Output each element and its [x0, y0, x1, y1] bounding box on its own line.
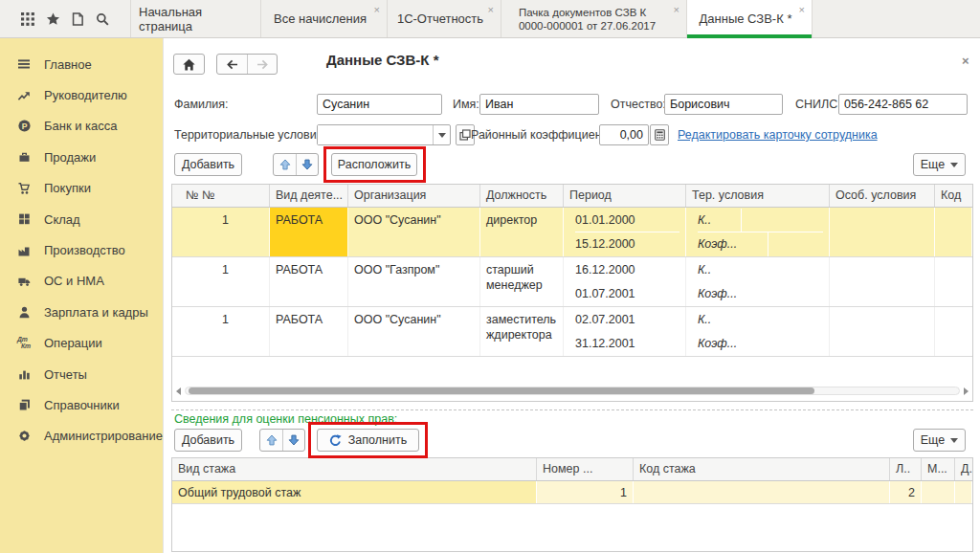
territorial-input[interactable]	[318, 125, 433, 144]
history-icon[interactable]	[71, 12, 84, 26]
move-buttons-bottom	[259, 429, 305, 452]
apps-grid-icon[interactable]	[21, 12, 34, 26]
sidebar-item-label: Склад	[44, 212, 80, 227]
pension-rights-table: Вид стажа Номер ... Код стажа Л.. М... Д…	[171, 457, 973, 552]
arrow-down-icon	[301, 159, 313, 170]
scrollbar-track[interactable]	[185, 387, 960, 395]
sidebar-item-fixed-assets[interactable]: ОС и НМА	[0, 266, 163, 297]
horizontal-scrollbar[interactable]	[176, 384, 969, 398]
scroll-left-icon[interactable]	[176, 387, 181, 395]
firstname-field[interactable]	[479, 94, 599, 115]
stacked-pages-icon	[15, 398, 33, 411]
sidebar-item-salary-hr[interactable]: Зарплата и кадры	[0, 297, 163, 327]
back-button[interactable]	[217, 55, 247, 74]
column-header[interactable]: М...	[922, 458, 955, 480]
dropdown-button[interactable]	[433, 125, 450, 144]
page-title: Данные СЗВ-К *	[326, 52, 439, 68]
favorites-star-icon[interactable]	[46, 12, 60, 26]
move-down-button[interactable]	[296, 154, 318, 175]
close-icon[interactable]: ×	[799, 5, 805, 15]
column-header[interactable]: Код	[935, 185, 972, 207]
tab-szv-k-data[interactable]: Данные СЗВ-К * ×	[687, 0, 813, 37]
more-button-top[interactable]: Еще	[913, 153, 966, 176]
sidebar-item-sales[interactable]: Продажи	[0, 142, 163, 172]
column-header[interactable]: Должность	[480, 185, 564, 207]
refresh-arrow-icon	[329, 434, 342, 447]
calculator-button[interactable]	[650, 124, 669, 145]
forward-button[interactable]	[247, 55, 277, 74]
more-button-bottom[interactable]: Еще	[913, 429, 966, 452]
sidebar-item-production[interactable]: Производство	[0, 234, 163, 265]
tab-1c-reporting[interactable]: 1С-Отчетность ×	[388, 0, 501, 37]
snils-field[interactable]	[838, 94, 968, 115]
table-empty-area	[172, 504, 972, 551]
fill-button[interactable]: Заполнить	[317, 429, 419, 452]
column-header[interactable]: Вид деяте...	[270, 185, 348, 207]
add-button-bottom[interactable]: Добавить	[174, 429, 242, 452]
svg-text:Р: Р	[21, 122, 27, 131]
menu-lines-icon	[15, 57, 33, 71]
table-row[interactable]: 1 РАБОТА ООО "Сусанин" заместитель ждире…	[172, 307, 972, 357]
table-empty-area	[172, 357, 972, 384]
sidebar-item-references[interactable]: Справочники	[0, 389, 163, 420]
move-buttons-top	[273, 153, 319, 176]
top-toolbar	[0, 0, 131, 37]
table-row[interactable]: 1 РАБОТА ООО "Газпром" старший менеджер …	[172, 257, 972, 307]
home-button[interactable]	[173, 54, 205, 75]
close-icon[interactable]: ×	[488, 5, 494, 15]
table-row[interactable]: Общий трудовой стаж 1 2	[172, 481, 972, 504]
sidebar-item-operations[interactable]: ДтКт Операции	[0, 328, 163, 359]
edit-employee-card-link[interactable]: Редактировать карточку сотрудника	[678, 124, 878, 145]
column-header[interactable]: Код стажа	[634, 458, 890, 480]
sidebar-item-bank-cash[interactable]: Р Банк и касса	[0, 111, 163, 142]
column-header[interactable]: Д..	[955, 458, 972, 480]
column-header[interactable]: Вид стажа	[172, 458, 537, 480]
tab-label: Данные СЗВ-К *	[700, 11, 792, 26]
arrange-button[interactable]: Расположить	[331, 153, 417, 176]
sidebar-item-purchases[interactable]: Покупки	[0, 173, 163, 204]
sidebar-item-administration[interactable]: Администрирование	[0, 421, 163, 452]
form-close-icon[interactable]: ×	[962, 54, 969, 68]
column-header[interactable]: Л..	[890, 458, 922, 480]
tab-home-page[interactable]: Начальная страница	[131, 0, 261, 37]
tab-label: Начальная страница	[139, 5, 253, 33]
sidebar-item-label: Покупки	[44, 181, 91, 195]
patronymic-label: Отчество:	[611, 94, 666, 115]
territorial-combobox[interactable]	[317, 124, 451, 145]
table-row[interactable]: 1 РАБОТА ООО "Сусанин" директор 01.01.20…	[172, 208, 972, 257]
cart-icon	[15, 182, 33, 195]
sidebar-item-label: Операции	[44, 336, 102, 350]
tab-all-accruals[interactable]: Все начисления ×	[261, 0, 388, 37]
sidebar-item-warehouse[interactable]: Склад	[0, 204, 163, 234]
scrollbar-thumb[interactable]	[189, 387, 814, 394]
sidebar-item-label: Администрирование	[44, 429, 163, 443]
move-up-button[interactable]	[260, 430, 282, 451]
coefficient-field[interactable]	[599, 124, 649, 145]
active-cell[interactable]: РАБОТА	[270, 208, 348, 256]
sidebar-item-main[interactable]: Главное	[0, 49, 163, 79]
column-header[interactable]: Особ. условия	[830, 185, 935, 207]
tab-label: 1С-Отчетность	[397, 11, 483, 26]
column-header[interactable]: Организация	[348, 185, 480, 207]
bar-chart-icon	[15, 367, 33, 381]
column-header[interactable]: Тер. условия	[686, 185, 830, 207]
column-header[interactable]: Период	[564, 185, 686, 207]
home-icon	[182, 58, 196, 71]
move-down-button[interactable]	[282, 430, 304, 451]
column-header[interactable]: Номер ...	[537, 458, 634, 480]
sidebar-item-reports[interactable]: Отчеты	[0, 359, 163, 389]
column-header[interactable]: № №	[172, 185, 270, 207]
lastname-field[interactable]	[317, 94, 442, 115]
scroll-right-icon[interactable]	[964, 387, 969, 395]
add-button-top[interactable]: Добавить	[174, 153, 242, 176]
truck-icon	[15, 275, 33, 288]
move-up-button[interactable]	[274, 154, 296, 175]
sidebar-item-manager[interactable]: Руководителю	[0, 79, 163, 110]
tab-document-pack-szv-k[interactable]: Пачка документов СЗВ К 0000-000001 от 27…	[501, 0, 687, 37]
arrow-up-icon	[266, 434, 278, 446]
close-icon[interactable]: ×	[374, 5, 380, 15]
close-icon[interactable]: ×	[674, 5, 679, 15]
sidebar-item-label: Справочники	[44, 398, 120, 412]
patronymic-field[interactable]	[664, 94, 783, 115]
search-icon[interactable]	[96, 12, 109, 26]
